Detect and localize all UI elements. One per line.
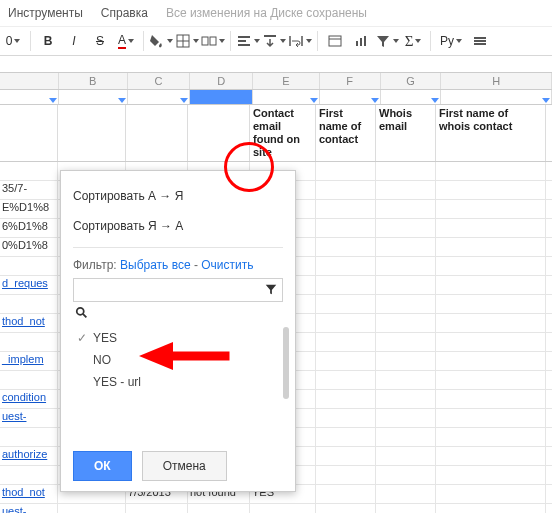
svg-line-20 — [83, 314, 87, 318]
svg-rect-14 — [360, 38, 362, 46]
cell-link: E%D1%8 — [2, 201, 49, 213]
insert-link-button[interactable] — [323, 29, 347, 53]
filter-F[interactable] — [320, 90, 381, 104]
cell-link[interactable]: d_reques — [2, 277, 48, 289]
select-all-link[interactable]: Выбрать все — [120, 258, 191, 272]
menu-help[interactable]: Справка — [101, 6, 148, 20]
borders-button[interactable] — [175, 29, 199, 53]
toolbar: 0 B I S A Σ Ру — [0, 26, 552, 56]
col-E[interactable]: E — [253, 73, 320, 89]
divider — [73, 247, 283, 248]
column-header-row: B C D E F G H — [0, 72, 552, 90]
cell-link[interactable]: thod_not — [2, 486, 45, 498]
cell-link[interactable]: condition — [2, 391, 46, 403]
sort-az[interactable]: Сортировать А → Я — [73, 181, 283, 211]
svg-rect-15 — [364, 36, 366, 46]
functions-button[interactable]: Σ — [401, 29, 425, 53]
filter-button[interactable] — [375, 29, 399, 53]
cell-link[interactable]: authorize — [2, 448, 47, 460]
cell-link: 0%D1%8 — [2, 239, 48, 251]
zoom-value[interactable]: 0 — [1, 29, 25, 53]
filter-B[interactable] — [59, 90, 128, 104]
cell-link: 35/7- — [2, 182, 27, 194]
filter-H[interactable] — [441, 90, 552, 104]
wrap-button[interactable] — [288, 29, 312, 53]
sort-za[interactable]: Сортировать Я → А — [73, 211, 283, 241]
filter-label: Фильтр: — [73, 258, 117, 272]
filter-C[interactable] — [128, 90, 191, 104]
options-scrollbar[interactable] — [283, 327, 289, 399]
search-icon — [75, 306, 283, 323]
cell-link: 6%D1%8 — [2, 220, 48, 232]
ok-button[interactable]: ОК — [73, 451, 132, 481]
col-A[interactable] — [0, 73, 59, 89]
col-G[interactable]: G — [381, 73, 442, 89]
svg-rect-11 — [329, 36, 341, 46]
halign-button[interactable] — [236, 29, 260, 53]
svg-rect-3 — [202, 37, 208, 45]
hdr-G: Whois email — [376, 105, 436, 161]
col-C[interactable]: C — [128, 73, 191, 89]
filter-icon — [264, 282, 278, 299]
filter-options: YES NO YES - url — [73, 327, 283, 437]
text-color-button[interactable]: A — [114, 29, 138, 53]
filter-option-yes[interactable]: YES — [73, 327, 283, 349]
cell-link[interactable]: uest- — [2, 505, 26, 513]
italic-button[interactable]: I — [62, 29, 86, 53]
fill-color-button[interactable] — [149, 29, 173, 53]
filter-D-active[interactable] — [190, 90, 253, 104]
svg-point-19 — [77, 308, 84, 315]
insert-chart-button[interactable] — [349, 29, 373, 53]
svg-rect-4 — [210, 37, 216, 45]
more-button[interactable] — [468, 29, 492, 53]
col-D[interactable]: D — [190, 73, 253, 89]
filter-label-row: Фильтр: Выбрать все - Очистить — [73, 258, 283, 272]
header-row: Contact email found on site First name o… — [0, 105, 552, 162]
hdr-E: Contact email found on site — [250, 105, 316, 161]
col-F[interactable]: F — [320, 73, 381, 89]
input-language-button[interactable]: Ру — [436, 29, 466, 53]
filter-popup: Сортировать А → Я Сортировать Я → А Филь… — [60, 170, 296, 492]
table-row[interactable]: uest- — [0, 504, 552, 513]
col-B[interactable]: B — [59, 73, 128, 89]
save-status: Все изменения на Диске сохранены — [166, 6, 367, 20]
col-H[interactable]: H — [441, 73, 552, 89]
hdr-F: First name of contact — [316, 105, 376, 161]
svg-rect-13 — [356, 41, 358, 46]
filter-option-no[interactable]: NO — [73, 349, 283, 371]
filter-E[interactable] — [253, 90, 320, 104]
filter-row — [0, 90, 552, 105]
cancel-button[interactable]: Отмена — [142, 451, 227, 481]
menu-tools[interactable]: Инструменты — [8, 6, 83, 20]
cell-link[interactable]: thod_not — [2, 315, 45, 327]
clear-link[interactable]: Очистить — [201, 258, 253, 272]
filter-option-yesurl[interactable]: YES - url — [73, 371, 283, 393]
strike-button[interactable]: S — [88, 29, 112, 53]
merge-button[interactable] — [201, 29, 225, 53]
filter-search-box[interactable] — [73, 278, 283, 302]
valign-button[interactable] — [262, 29, 286, 53]
cell-link[interactable]: _implem — [2, 353, 44, 365]
filter-G[interactable] — [381, 90, 442, 104]
cell-link[interactable]: uest- — [2, 410, 26, 422]
hdr-H: First name of whois contact — [436, 105, 546, 161]
filter-A[interactable] — [0, 90, 59, 104]
spreadsheet: B C D E F G H Contact email found on sit… — [0, 72, 552, 513]
bold-button[interactable]: B — [36, 29, 60, 53]
